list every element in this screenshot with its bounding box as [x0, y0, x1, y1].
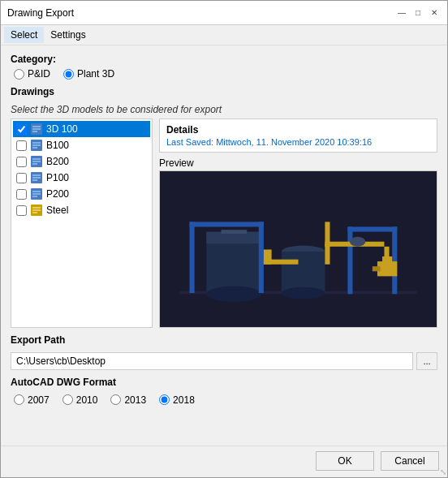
format-2007-label: 2007	[28, 394, 50, 406]
format-2018-option[interactable]: 2018	[159, 394, 195, 406]
category-plant3d-radio[interactable]	[63, 69, 74, 80]
svg-rect-14	[32, 177, 41, 179]
format-section: AutoCAD DWG Format 2007 2010 2013 2018	[11, 377, 437, 406]
format-2018-label: 2018	[173, 394, 195, 406]
svg-rect-37	[392, 226, 397, 294]
svg-rect-1	[32, 126, 41, 127]
category-section: Category: P&ID Plant 3D	[11, 54, 437, 80]
file-checkbox-3d100[interactable]	[16, 124, 27, 135]
drawing-export-window: Drawing Export — □ ✕ Select Settings Cat…	[0, 0, 448, 478]
file-checkbox-p100[interactable]	[16, 173, 27, 183]
title-bar: Drawing Export — □ ✕	[1, 1, 447, 25]
details-box: Details Last Saved: Mittwoch, 11. Novemb…	[159, 118, 437, 153]
svg-rect-48	[222, 230, 248, 234]
preview-box	[159, 170, 437, 328]
svg-rect-46	[325, 244, 330, 264]
format-2007-option[interactable]: 2007	[14, 394, 50, 406]
svg-rect-15	[32, 179, 37, 181]
file-icon-p200	[30, 187, 43, 200]
svg-rect-5	[32, 142, 41, 144]
menu-select[interactable]: Select	[4, 27, 44, 43]
svg-rect-21	[32, 207, 41, 209]
menu-bar: Select Settings	[1, 25, 447, 45]
file-icon-p100	[30, 171, 43, 184]
drawings-section-label: Drawings	[11, 86, 437, 97]
file-icon-b100	[30, 139, 43, 152]
svg-rect-27	[206, 239, 261, 294]
file-item-b100[interactable]: B100	[13, 137, 150, 153]
category-label: Category:	[11, 54, 437, 65]
svg-rect-23	[32, 212, 37, 213]
svg-point-49	[350, 237, 365, 247]
format-2018-radio[interactable]	[159, 394, 170, 405]
file-icon-3d100	[30, 123, 43, 136]
format-2010-label: 2010	[76, 394, 98, 406]
svg-rect-7	[32, 147, 37, 149]
preview-image	[160, 171, 437, 327]
svg-rect-17	[32, 191, 41, 192]
title-controls: — □ ✕	[395, 6, 441, 19]
format-2013-radio[interactable]	[110, 394, 121, 405]
maximize-button[interactable]: □	[411, 6, 424, 19]
close-button[interactable]: ✕	[428, 6, 441, 19]
drawings-section: Drawings Select the 3D models to be cons…	[11, 86, 437, 328]
svg-point-28	[206, 286, 261, 302]
format-label: AutoCAD DWG Format	[11, 377, 437, 388]
file-item-b200[interactable]: B200	[13, 153, 150, 170]
details-last-saved: Last Saved: Mittwoch, 11. November 2020 …	[166, 137, 430, 147]
file-item-p200[interactable]: P200	[13, 186, 150, 202]
svg-rect-11	[32, 163, 37, 165]
category-pid-radio[interactable]	[14, 69, 24, 80]
export-path-row: ...	[11, 352, 437, 370]
svg-rect-40	[264, 249, 272, 264]
export-path-input[interactable]	[11, 352, 413, 370]
ok-button[interactable]: OK	[316, 451, 374, 471]
svg-point-32	[282, 287, 325, 299]
cancel-button[interactable]: Cancel	[381, 451, 439, 471]
category-radio-group: P&ID Plant 3D	[14, 68, 437, 80]
category-pid-label: P&ID	[28, 68, 50, 80]
window-title: Drawing Export	[7, 7, 74, 19]
svg-rect-22	[32, 209, 41, 211]
svg-rect-31	[282, 252, 325, 293]
footer: OK Cancel	[1, 446, 447, 477]
category-pid-option[interactable]: P&ID	[14, 68, 50, 80]
format-radio-group: 2007 2010 2013 2018	[14, 394, 437, 406]
svg-rect-10	[32, 161, 41, 162]
svg-rect-33	[190, 222, 195, 293]
browse-button[interactable]: ...	[416, 352, 437, 370]
format-2007-radio[interactable]	[14, 394, 24, 405]
format-2013-option[interactable]: 2013	[110, 394, 146, 406]
svg-rect-42	[325, 222, 330, 246]
details-title: Details	[166, 124, 430, 136]
svg-rect-45	[373, 266, 381, 271]
svg-rect-35	[190, 222, 264, 226]
file-list[interactable]: 3D 100 B100	[11, 118, 153, 328]
main-content: Category: P&ID Plant 3D Drawings Select …	[1, 45, 447, 446]
export-section: Export Path ...	[11, 334, 437, 370]
svg-rect-18	[32, 193, 41, 195]
file-item-3d100[interactable]: 3D 100	[13, 121, 150, 137]
preview-section: Preview	[159, 157, 437, 328]
export-label: Export Path	[11, 334, 437, 346]
file-item-steel[interactable]: Steel	[13, 202, 150, 218]
format-2010-radio[interactable]	[62, 394, 73, 405]
svg-rect-3	[32, 131, 37, 132]
svg-rect-47	[384, 247, 389, 265]
menu-settings[interactable]: Settings	[44, 27, 92, 43]
svg-rect-34	[259, 222, 264, 293]
category-plant3d-option[interactable]: Plant 3D	[63, 68, 114, 80]
svg-rect-19	[32, 196, 37, 197]
file-item-p100[interactable]: P100	[13, 170, 150, 186]
svg-rect-13	[32, 174, 41, 176]
file-checkbox-b200[interactable]	[16, 157, 27, 167]
minimize-button[interactable]: —	[395, 6, 408, 19]
svg-rect-2	[32, 128, 41, 130]
file-checkbox-steel[interactable]	[16, 205, 27, 216]
resize-handle[interactable]: ⤡	[440, 467, 446, 476]
file-checkbox-b100[interactable]	[16, 140, 27, 151]
svg-rect-36	[347, 226, 352, 294]
format-2010-option[interactable]: 2010	[62, 394, 98, 406]
svg-rect-9	[32, 158, 41, 160]
file-checkbox-p200[interactable]	[16, 189, 27, 200]
